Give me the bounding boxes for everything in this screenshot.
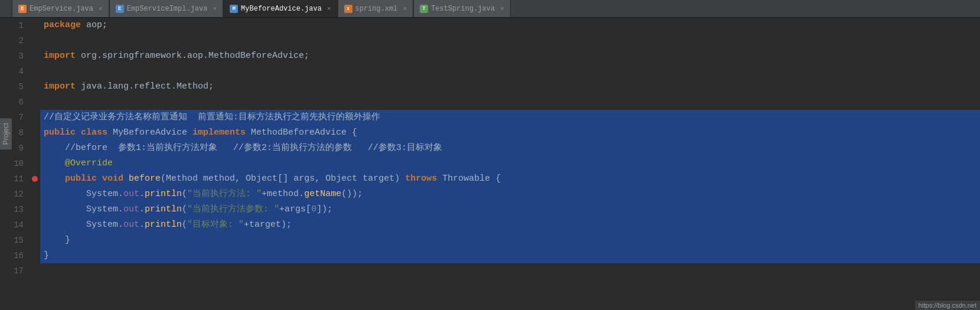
line-number-11: 11 [0, 171, 30, 187]
spring-xml-icon: X [344, 5, 352, 13]
emp-service-label: EmpService.java [30, 5, 93, 13]
line-gutter-8 [30, 125, 40, 141]
code-line-6: 6 [0, 94, 980, 110]
code-line-9: 9 //before 参数1:当前执行方法对象 //参数2:当前执行方法的参数 … [0, 141, 980, 156]
line-content-16[interactable]: } [40, 248, 980, 263]
line-gutter-7 [30, 110, 40, 125]
status-bar: https://blog.csdn.net [915, 301, 980, 310]
line-gutter-4 [30, 64, 40, 79]
code-line-4: 4 [0, 64, 980, 79]
code-line-14: 14 System.out.println("目标对象: "+target); [0, 217, 980, 233]
sidebar-label: Project [2, 123, 10, 145]
line-number-5: 5 [0, 79, 30, 94]
line-gutter-11 [30, 171, 40, 187]
line-gutter-16 [30, 248, 40, 263]
line-gutter-10 [30, 156, 40, 171]
emp-service-impl-label: EmpServiceImpl.java [127, 5, 208, 13]
line-content-17[interactable] [40, 263, 980, 279]
line-gutter-3 [30, 48, 40, 64]
line-gutter-1 [30, 18, 40, 33]
line-gutter-9 [30, 141, 40, 156]
code-line-2: 2 [0, 33, 980, 48]
code-line-13: 13 System.out.println("当前执行方法参数: "+args[… [0, 202, 980, 217]
line-gutter-14 [30, 217, 40, 233]
breakpoint-11 [32, 176, 38, 182]
emp-service-close[interactable]: × [99, 5, 103, 12]
code-line-8: 8public class MyBeforeAdvice implements … [0, 125, 980, 141]
line-number-17: 17 [0, 263, 30, 279]
line-number-13: 13 [0, 202, 30, 217]
line-content-9[interactable]: //before 参数1:当前执行方法对象 //参数2:当前执行方法的参数 //… [40, 141, 980, 156]
test-spring-icon: T [420, 5, 428, 13]
line-number-2: 2 [0, 33, 30, 48]
line-content-1[interactable]: package aop; [40, 18, 980, 33]
line-content-2[interactable] [40, 33, 980, 48]
project-sidebar-tab[interactable]: Project [0, 118, 12, 149]
line-number-15: 15 [0, 233, 30, 248]
line-gutter-5 [30, 79, 40, 94]
line-content-11[interactable]: public void before(Method method, Object… [40, 171, 980, 187]
line-content-14[interactable]: System.out.println("目标对象: "+target); [40, 217, 980, 233]
code-line-17: 17 [0, 263, 980, 279]
line-gutter-12 [30, 187, 40, 202]
line-gutter-17 [30, 263, 40, 279]
line-content-6[interactable] [40, 94, 980, 110]
spring-xml-label: spring.xml [355, 5, 398, 13]
code-line-10: 10 @Override [0, 156, 980, 171]
test-spring-close[interactable]: × [500, 5, 504, 12]
my-before-advice-close[interactable]: × [327, 5, 331, 12]
line-number-14: 14 [0, 217, 30, 233]
line-content-8[interactable]: public class MyBeforeAdvice implements M… [40, 125, 980, 141]
tab-test-spring[interactable]: TTestSpring.java× [413, 0, 511, 17]
line-number-1: 1 [0, 18, 30, 33]
tab-emp-service-impl[interactable]: EEmpServiceImpl.java× [109, 0, 223, 17]
line-gutter-2 [30, 33, 40, 48]
code-line-11: 11 public void before(Method method, Obj… [0, 171, 980, 187]
line-content-10[interactable]: @Override [40, 156, 980, 171]
tab-bar: EEmpService.java×EEmpServiceImpl.java×MM… [0, 0, 980, 18]
line-number-16: 16 [0, 248, 30, 263]
code-line-1: 1package aop; [0, 18, 980, 33]
emp-service-icon: E [18, 5, 27, 13]
line-content-13[interactable]: System.out.println("当前执行方法参数: "+args[0])… [40, 202, 980, 217]
line-gutter-6 [30, 94, 40, 110]
line-content-3[interactable]: import org.springframework.aop.MethodBef… [40, 48, 980, 64]
line-content-12[interactable]: System.out.println("当前执行方法: "+method.get… [40, 187, 980, 202]
code-line-5: 5import java.lang.reflect.Method; [0, 79, 980, 94]
status-text: https://blog.csdn.net [919, 302, 976, 309]
tab-spring-xml[interactable]: Xspring.xml× [338, 0, 414, 17]
code-line-12: 12 System.out.println("当前执行方法: "+method.… [0, 187, 980, 202]
line-number-4: 4 [0, 64, 30, 79]
code-line-3: 3import org.springframework.aop.MethodBe… [0, 48, 980, 64]
tab-emp-service[interactable]: EEmpService.java× [12, 0, 109, 17]
line-number-3: 3 [0, 48, 30, 64]
line-content-15[interactable]: } [40, 233, 980, 248]
tab-my-before-advice[interactable]: MMyBeforeAdvice.java× [223, 0, 337, 17]
code-line-15: 15 } [0, 233, 980, 248]
code-editor: 1package aop;2 3import org.springframewo… [0, 18, 980, 310]
line-gutter-13 [30, 202, 40, 217]
line-number-10: 10 [0, 156, 30, 171]
code-line-7: 7//自定义记录业务方法名称前置通知 前置通知:目标方法执行之前先执行的额外操作 [0, 110, 980, 125]
emp-service-impl-icon: E [116, 5, 124, 13]
my-before-advice-icon: M [230, 5, 238, 13]
code-line-16: 16} [0, 248, 980, 263]
line-number-12: 12 [0, 187, 30, 202]
test-spring-label: TestSpring.java [431, 5, 495, 13]
line-content-7[interactable]: //自定义记录业务方法名称前置通知 前置通知:目标方法执行之前先执行的额外操作 [40, 110, 980, 125]
emp-service-impl-close[interactable]: × [213, 5, 217, 12]
line-content-4[interactable] [40, 64, 980, 79]
line-content-5[interactable]: import java.lang.reflect.Method; [40, 79, 980, 94]
line-number-6: 6 [0, 94, 30, 110]
spring-xml-close[interactable]: × [403, 5, 407, 12]
line-gutter-15 [30, 233, 40, 248]
my-before-advice-label: MyBeforeAdvice.java [241, 5, 322, 13]
